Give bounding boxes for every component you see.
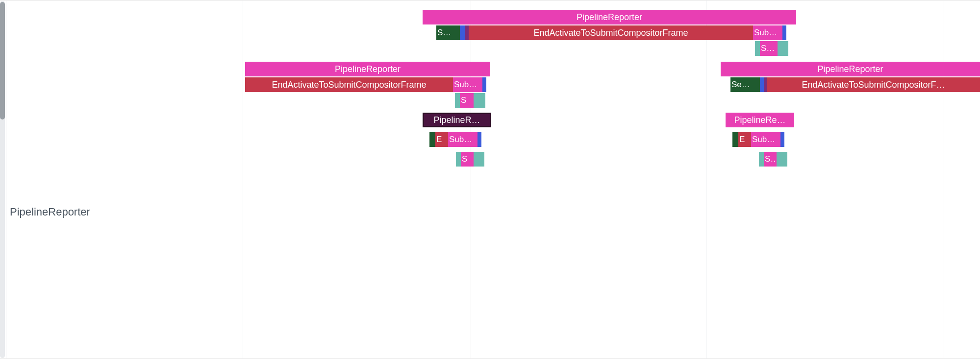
slice-b-s2[interactable]: S	[460, 93, 474, 108]
slice-a-b1[interactable]	[460, 25, 465, 40]
ruler-top	[0, 0, 980, 0]
slice-a-b2[interactable]	[782, 25, 786, 40]
gridline	[944, 0, 944, 359]
track-label-pipeline-reporter[interactable]: PipelineReporter	[10, 206, 90, 218]
slice-a-sub[interactable]: Sub…	[753, 25, 782, 40]
slice-e-sub[interactable]: Sub…	[751, 132, 780, 147]
slice-d-sub[interactable]: Sub…	[448, 132, 477, 147]
slice-c-se[interactable]: Se…	[730, 77, 760, 92]
slice-d-dg[interactable]	[429, 132, 435, 147]
slice-b-t2[interactable]	[474, 93, 485, 108]
slice-b-end[interactable]: EndActivateToSubmitCompositorFrame	[245, 77, 453, 92]
gridline	[243, 0, 243, 359]
slice-d-t2[interactable]	[474, 152, 484, 167]
gridline	[706, 0, 706, 359]
slice-d-b1[interactable]	[477, 132, 481, 147]
gridline	[6, 0, 6, 359]
slice-a-t1[interactable]	[755, 41, 760, 56]
vertical-scrollbar[interactable]	[0, 1, 5, 358]
slice-a-p1[interactable]	[465, 25, 469, 40]
slice-e-s2[interactable]: S…	[764, 152, 777, 167]
slice-b-sub[interactable]: Sub…	[453, 77, 482, 92]
slice-e-t1[interactable]	[759, 152, 764, 167]
slice-a-end[interactable]: EndActivateToSubmitCompositorFrame	[469, 25, 753, 40]
slice-c-end[interactable]: EndActivateToSubmitCompositorF…	[767, 77, 980, 92]
slice-a-t2[interactable]	[778, 41, 788, 56]
slice-a-pr[interactable]: PipelineReporter	[423, 10, 796, 24]
slice-c-pr[interactable]: PipelineReporter	[721, 62, 980, 76]
slice-d-pr[interactable]: PipelineR…	[423, 113, 491, 127]
slice-a-s2[interactable]: S…	[760, 41, 778, 56]
slice-e-dg[interactable]	[732, 132, 738, 147]
slice-e-t2[interactable]	[777, 152, 787, 167]
slice-d-s2[interactable]: S	[461, 152, 474, 167]
gridline	[471, 0, 471, 359]
slice-e-pr[interactable]: PipelineRe…	[726, 113, 794, 127]
slice-c-b1[interactable]	[760, 77, 764, 92]
trace-viewport[interactable]: PipelineReporter PipelineReporterS…EndAc…	[0, 0, 980, 359]
slice-b-t1[interactable]	[455, 93, 460, 108]
slice-d-e[interactable]: E	[435, 132, 448, 147]
slice-e-e[interactable]: E	[738, 132, 751, 147]
vertical-scrollbar-thumb[interactable]	[0, 2, 5, 120]
slice-b-b1[interactable]	[482, 77, 486, 92]
slice-e-b1[interactable]	[780, 132, 784, 147]
slice-a-s1[interactable]: S…	[436, 25, 460, 40]
slice-b-pr[interactable]: PipelineReporter	[245, 62, 490, 76]
slice-d-t1[interactable]	[456, 152, 461, 167]
